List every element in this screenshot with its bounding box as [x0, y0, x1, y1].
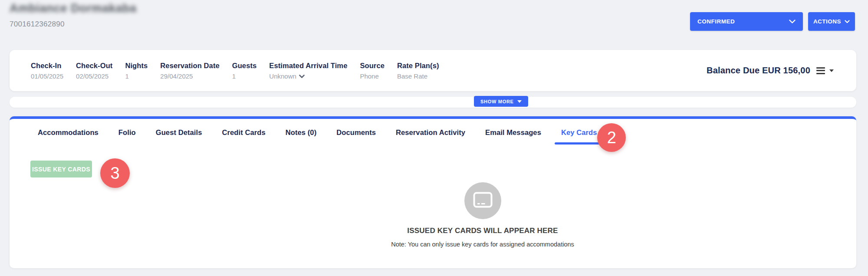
field-value: Phone	[360, 72, 385, 80]
summary-field-rate-plan-s: Rate Plan(s)Base Rate	[397, 62, 439, 80]
summary-field-guests: Guests1	[232, 62, 257, 80]
tab-credit-cards[interactable]: Credit Cards	[216, 128, 272, 145]
field-label: Reservation Date	[160, 62, 219, 70]
reservation-page: Ambiance Dormakaba 7001612362890 CONFIRM…	[0, 0, 868, 276]
tab-notes-0[interactable]: Notes (0)	[279, 128, 323, 145]
summary-field-nights: Nights1	[125, 62, 148, 80]
balance-due-label: Balance Due EUR 156,00	[707, 66, 810, 76]
actions-label: ACTIONS	[813, 18, 841, 25]
tab-key-cards[interactable]: Key Cards2	[555, 128, 604, 145]
guest-name-title: Ambiance Dormakaba	[10, 2, 137, 15]
summary-field-reservation-date: Reservation Date29/04/2025	[160, 62, 219, 80]
chevron-down-icon	[845, 20, 850, 23]
actions-button[interactable]: ACTIONS	[808, 12, 855, 31]
field-value: 1	[125, 72, 148, 80]
summary-field-check-in: Check-In01/05/2025	[31, 62, 63, 80]
reservation-id: 7001612362890	[10, 20, 65, 29]
chevron-down-icon	[299, 75, 305, 78]
field-label: Source	[360, 62, 385, 70]
show-more-strip: SHOW MORE	[10, 97, 856, 108]
summary-field-source: SourcePhone	[360, 62, 385, 80]
tab-accommodations[interactable]: Accommodations	[31, 128, 105, 145]
field-label: Estimated Arrival Time	[269, 62, 347, 70]
field-value[interactable]: Unknown	[269, 72, 347, 80]
status-label: CONFIRMED	[697, 18, 735, 25]
tab-folio[interactable]: Folio	[112, 128, 142, 145]
key-cards-empty-state: ISSUED KEY CARDS WILL APPEAR HERE Note: …	[287, 182, 678, 248]
field-label: Check-Out	[76, 62, 112, 70]
annotation-step-badge-2: 2	[597, 123, 626, 152]
field-value: Base Rate	[397, 72, 439, 80]
show-more-label: SHOW MORE	[480, 99, 514, 104]
field-label: Guests	[232, 62, 257, 70]
field-value: 01/05/2025	[31, 72, 63, 80]
field-value: 02/05/2025	[76, 72, 112, 80]
triangle-down-icon	[517, 100, 522, 103]
tab-documents[interactable]: Documents	[330, 128, 382, 145]
reservation-detail-card: AccommodationsFolioGuest DetailsCredit C…	[10, 116, 856, 268]
status-dropdown-button[interactable]: CONFIRMED	[690, 12, 803, 31]
empty-state-title: ISSUED KEY CARDS WILL APPEAR HERE	[287, 227, 678, 235]
field-label: Check-In	[31, 62, 63, 70]
key-card-icon	[473, 192, 493, 210]
empty-state-note: Note: You can only issue key cards for a…	[287, 241, 678, 248]
show-more-button[interactable]: SHOW MORE	[474, 96, 528, 107]
field-label: Nights	[125, 62, 148, 70]
tab-reservation-activity[interactable]: Reservation Activity	[389, 128, 472, 145]
balance-menu-icon[interactable]	[816, 66, 825, 76]
summary-field-check-out: Check-Out02/05/2025	[76, 62, 112, 80]
tab-bar: AccommodationsFolioGuest DetailsCredit C…	[10, 119, 856, 145]
field-label: Rate Plan(s)	[397, 62, 439, 70]
caret-down-icon[interactable]	[829, 69, 834, 72]
field-value: 1	[232, 72, 257, 80]
key-card-icon-circle	[464, 182, 501, 219]
tab-guest-details[interactable]: Guest Details	[149, 128, 209, 145]
issue-key-cards-wrap: ISSUE KEY CARDS 3	[30, 161, 92, 177]
chevron-down-icon	[789, 20, 796, 23]
tab-email-messages[interactable]: Email Messages	[479, 128, 548, 145]
summary-field-estimated-arrival-time: Estimated Arrival TimeUnknown	[269, 62, 347, 80]
reservation-summary-card: Check-In01/05/2025Check-Out02/05/2025Nig…	[10, 50, 856, 91]
annotation-step-badge-3: 3	[100, 158, 130, 188]
balance-row: Balance Due EUR 156,00	[707, 50, 834, 91]
field-value: 29/04/2025	[160, 72, 219, 80]
issue-key-cards-button[interactable]: ISSUE KEY CARDS	[30, 161, 92, 177]
